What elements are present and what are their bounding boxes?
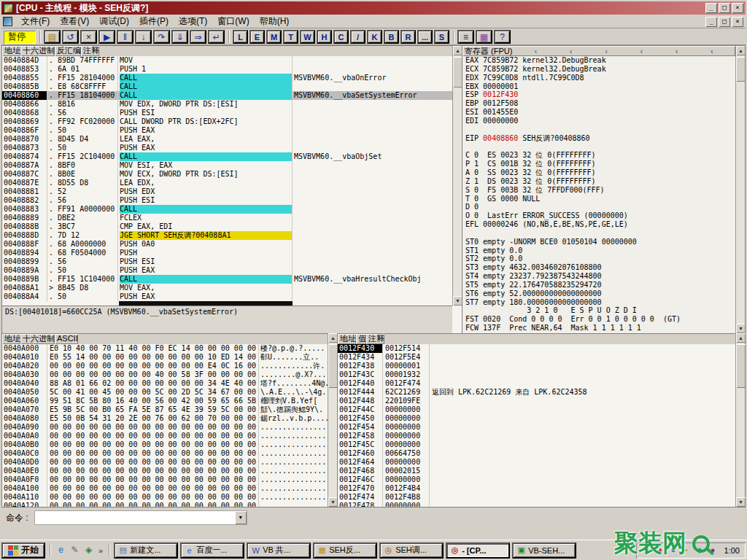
toolbar-letter-button[interactable]: W — [300, 30, 315, 44]
chevron-left-icon[interactable]: ‹ — [676, 47, 678, 55]
stack-row[interactable]: 0012F43C 00001932 — [338, 370, 735, 379]
disasm-row[interactable]: 0040889A . 50 PUSH EAX — [2, 266, 452, 275]
column-header[interactable]: 地址 — [2, 46, 20, 56]
register-line[interactable]: ST1 empty 0.0 — [462, 246, 735, 255]
dump-row[interactable]: 0040A0A0 00 00 00 00 00 00 00 00 00 00 0… — [2, 432, 328, 440]
restart-icon[interactable]: ↺ — [62, 30, 79, 44]
register-line[interactable]: A 0 SS 0023 32 位 0(FFFFFFFF) — [462, 168, 735, 177]
register-line[interactable]: EDX 7C99C0D8 ntdll.7C99C0D8 — [462, 74, 735, 82]
dump-row[interactable]: 0040A000 E0 10 40 00 70 11 40 00 F0 EC 1… — [2, 344, 328, 353]
disasm-row[interactable]: 00408860 . FF15 18104000 CALL DWORD PTR … — [2, 91, 452, 100]
taskbar-task-button[interactable]: e 百度一... — [180, 542, 244, 559]
register-line[interactable]: EDI 00000000 — [462, 117, 735, 125]
stack-row[interactable]: 0012F46C 00000000 — [338, 475, 735, 484]
stack-row[interactable]: 0012F478 00000000 — [338, 502, 735, 507]
dump-row[interactable]: 0040A070 E5 9B 5C 00 B0 65 FA 5E 87 65 4… — [2, 405, 328, 414]
show-desktop-icon[interactable]: ✎ — [69, 544, 81, 556]
disasm-row[interactable]: 0040887A . 8BF0 MOV ESI, EAX — [2, 161, 452, 170]
stack-row[interactable]: 0012F44C 00000000 — [338, 405, 735, 414]
taskbar-task-button[interactable]: ◎ SEH调... — [379, 542, 444, 559]
step-over-icon[interactable]: ↷ — [153, 30, 170, 44]
column-header[interactable]: ASCII — [55, 334, 78, 344]
disasm-row[interactable]: 00408870 . 8D45 D4 LEA EAX, DWORD PTR SS… — [2, 135, 452, 144]
register-line[interactable]: EIP 00408860 SEH反调?00408860 — [462, 134, 735, 143]
scroll-thumb[interactable] — [736, 344, 746, 388]
register-line[interactable]: EAX 7C859B72 kernel32.DebugBreak — [462, 56, 735, 65]
mdi-restore-button[interactable]: □ — [719, 17, 730, 27]
stack-row[interactable]: 0012F474 0012F4B8 — [338, 493, 735, 502]
column-header[interactable]: 反汇编 — [55, 46, 81, 56]
column-header[interactable]: 地址 — [338, 334, 356, 344]
dump-row[interactable]: 0040A110 00 00 00 00 00 00 00 00 00 00 0… — [2, 493, 328, 502]
menu-item[interactable]: 选项(T) — [174, 15, 212, 28]
stack-row[interactable]: 0012F430 0012F514 — [338, 344, 735, 353]
dump-row[interactable]: 0040A060 99 51 8C 5B 80 16 40 00 56 00 4… — [2, 397, 328, 405]
help-icon[interactable]: ? — [494, 30, 511, 44]
dump-row[interactable]: 0040A010 E0 55 14 00 00 00 00 00 00 00 0… — [2, 353, 328, 362]
column-header[interactable]: 地址 — [2, 334, 20, 344]
appearance-icon[interactable]: ▦ — [476, 30, 492, 44]
disasm-row[interactable]: 00408866 . 8B16 MOV EDX, DWORD PTR DS:[E… — [2, 100, 452, 109]
stack-row[interactable]: 0012F464 00000000 — [338, 458, 735, 467]
disasm-row[interactable]: 0040888F . 68 A0000000 PUSH 0A0 — [2, 240, 452, 249]
disasm-row[interactable]: 004088A4 . 50 PUSH EAX — [2, 292, 452, 301]
column-header[interactable]: 注释 — [81, 46, 99, 56]
toolbar-letter-button[interactable]: B — [384, 30, 399, 44]
chevron-icon[interactable]: » — [97, 546, 104, 555]
toolbar-letter-button[interactable]: ... — [417, 30, 433, 44]
column-header[interactable]: 注释 — [366, 334, 384, 344]
disasm-row[interactable]: 00408873 . 50 PUSH EAX — [2, 144, 452, 152]
mdi-close-button[interactable]: × — [732, 17, 743, 27]
register-line[interactable]: EBP 0012F508 — [462, 99, 735, 108]
toolbar-letter-button[interactable]: / — [350, 30, 365, 44]
minimize-button[interactable]: _ — [705, 3, 717, 13]
taskbar-task-button[interactable]: ▤ 新建文... — [114, 542, 178, 559]
column-header[interactable]: 十六进制 — [20, 46, 55, 56]
register-line[interactable]: FCW 137F Prec NEAR,64 Mask 1 1 1 1 1 1 — [462, 324, 735, 332]
stack-row[interactable]: 0012F460 00664750 — [338, 449, 735, 458]
register-line[interactable]: ST0 empty -UNORM BCE0 01050104 00000000 — [462, 238, 735, 246]
register-line[interactable]: D 0 — [462, 203, 735, 211]
disasm-row[interactable]: 00408855 . FF15 28104000 CALL DWORD PTR … — [2, 74, 452, 82]
close-button[interactable]: × — [732, 3, 743, 13]
execute-till-return-icon[interactable]: ↵ — [208, 30, 225, 44]
taskbar-task-button[interactable]: ◎ - [CP... — [446, 542, 510, 559]
stack-scrollbar[interactable]: ▲ ▼ — [735, 333, 745, 507]
dump-row[interactable]: 0040A0F0 00 00 00 00 00 00 00 00 00 00 0… — [2, 475, 328, 484]
disasm-row[interactable]: 00408899 . 56 PUSH ESI — [2, 257, 452, 266]
dump-row[interactable]: 0040A040 88 A8 01 66 02 00 00 00 00 00 0… — [2, 379, 328, 388]
chevron-left-icon[interactable]: ‹ — [711, 47, 713, 55]
quicklaunch-icon[interactable]: ◈ — [82, 544, 95, 556]
dump-row[interactable]: 0040A0C0 00 00 00 00 00 00 00 00 00 00 0… — [2, 449, 328, 458]
dump-row[interactable]: 0040A0B0 00 00 00 00 00 00 00 00 00 00 0… — [2, 440, 328, 449]
dump-row[interactable]: 0040A030 00 00 00 00 00 00 00 00 40 00 5… — [2, 370, 328, 379]
disasm-row[interactable]: 00408881 . 52 PUSH EDX — [2, 187, 452, 196]
dump-row[interactable]: 0040A0E0 00 00 00 00 00 00 00 00 00 00 0… — [2, 467, 328, 475]
register-line[interactable]: EBX 00000001 — [462, 82, 735, 91]
register-line[interactable]: O 0 LastErr ERROR_SUCCESS (00000000) — [462, 211, 735, 220]
chevron-left-icon[interactable]: ‹ — [605, 47, 607, 55]
menu-item[interactable]: 查看(V) — [55, 15, 94, 28]
toolbar-letter-button[interactable]: H — [317, 30, 332, 44]
scroll-thumb[interactable] — [736, 57, 745, 82]
dump-row[interactable]: 0040A0D0 00 00 00 00 00 00 00 00 00 00 0… — [2, 458, 328, 467]
trace-over-icon[interactable]: ⇒ — [190, 30, 206, 44]
disasm-row[interactable]: 00408869 . FF92 FC020000 CALL DWORD PTR … — [2, 117, 452, 126]
dump-scrollbar[interactable]: ▲ ▼ — [328, 333, 337, 507]
dump-row[interactable]: 0040A080 E5 50 0B 54 31 20 2E 00 76 00 6… — [2, 414, 328, 423]
scroll-up-icon[interactable]: ▲ — [736, 333, 746, 343]
toolbar-letter-button[interactable]: S — [434, 30, 449, 44]
toolbar-letter-button[interactable]: K — [367, 30, 382, 44]
trace-into-icon[interactable]: ⇓ — [171, 30, 188, 44]
disasm-row[interactable]: 004088A1 > 8B45 D8 MOV EAX, DWORD PTR SS… — [2, 284, 452, 292]
disasm-row[interactable]: 00408868 . 56 PUSH ESI — [2, 109, 452, 117]
taskbar-task-button[interactable]: W VB 共... — [247, 542, 311, 559]
register-line[interactable]: ESP 0012F430 — [462, 90, 735, 99]
stack-row[interactable]: 0012F450 00000000 — [338, 414, 735, 423]
taskbar-task-button[interactable]: ▦ SEH反... — [313, 542, 377, 559]
menu-item[interactable]: 文件(F) — [16, 15, 55, 28]
open-file-icon[interactable]: ▤ — [44, 30, 61, 44]
tray-icon-2[interactable]: ♦ — [655, 545, 666, 556]
toolbar-letter-button[interactable]: E — [249, 30, 265, 44]
disasm-row[interactable]: 00408853 . 6A 01 PUSH 1 — [2, 65, 452, 74]
